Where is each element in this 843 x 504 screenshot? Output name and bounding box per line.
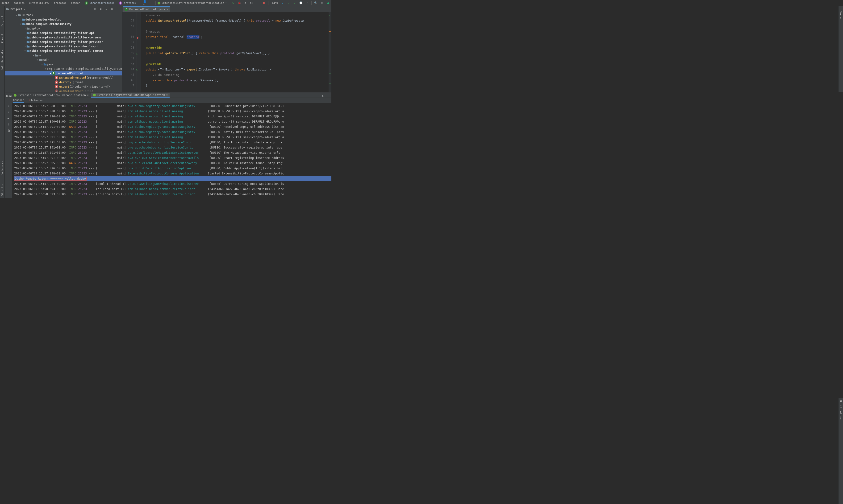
top-toolbar: dubbo〉 samples〉 extensibility〉 protocol〉…: [0, 0, 331, 6]
expand-all-icon[interactable]: ≡: [100, 7, 104, 11]
more-icon[interactable]: ⁝: [327, 9, 331, 12]
tree-item-selected[interactable]: ▾CEnhancedProtocol: [5, 71, 122, 75]
spring-boot-icon: [14, 94, 17, 97]
tree-item[interactable]: ›dubbo-samples-develop: [5, 17, 122, 22]
method-icon: m: [55, 80, 58, 84]
tree-item[interactable]: ▾org.apache.dubbo.samples.extensibility.…: [5, 67, 122, 71]
commit-tool-button[interactable]: Commit: [1, 34, 4, 43]
editor-tabs: C EnhancedProtocol.java × ⁝: [122, 6, 331, 12]
tree-item[interactable]: ›dubbo-samples-extensibility-filter-prov…: [5, 40, 122, 44]
tree-item[interactable]: ▾main: [5, 57, 122, 62]
scroll-icon[interactable]: ⤓: [7, 123, 11, 127]
close-icon[interactable]: ×: [166, 8, 168, 11]
up-icon[interactable]: ↑: [7, 104, 11, 108]
git-rollback-icon[interactable]: ↶: [305, 1, 309, 5]
bc-item[interactable]: protocol: [124, 1, 136, 4]
method-icon: m: [55, 76, 58, 79]
project-tool-button[interactable]: Project: [1, 16, 4, 26]
chevron-down-icon: ▾: [225, 1, 227, 4]
git-push-icon[interactable]: ↗: [293, 1, 297, 5]
project-tree[interactable]: ▾10-task ›dubbo-samples-develop ▾dubbo-s…: [5, 12, 122, 92]
tree-item[interactable]: ▾dubbo-samples-extensibility: [5, 22, 122, 26]
run-tabs-row: Run: ExtensibilityProtocolProviderApplic…: [0, 92, 331, 98]
tree-item-method[interactable]: mEnhancedProtocol(FrameworkModel): [5, 75, 122, 80]
bc-item[interactable]: common: [71, 1, 81, 4]
console-tab[interactable]: Console: [13, 98, 24, 103]
structure-tool-button[interactable]: Structure: [1, 182, 4, 196]
settings-icon[interactable]: ⚙: [320, 1, 324, 5]
select-opened-icon[interactable]: ⊕: [94, 7, 98, 11]
project-title: Project: [11, 7, 22, 11]
code-editor[interactable]: 32 35 36● 37 38 39O↑ 42 43 44O↑ 45 46 47…: [122, 12, 331, 92]
override-icon[interactable]: O↑: [136, 51, 138, 57]
hide-icon[interactable]: —: [326, 94, 331, 97]
tree-item[interactable]: ▾src: [5, 53, 122, 57]
git-history-icon[interactable]: 🕐: [299, 1, 303, 5]
project-panel: Project ▾ ⊕ ≡ ⇥ ⚙ — ▾10-task ›dubbo-samp…: [5, 6, 122, 92]
editor-tab[interactable]: C EnhancedProtocol.java ×: [123, 6, 170, 12]
class-icon: C: [85, 1, 88, 5]
down-icon[interactable]: ↓: [7, 111, 11, 114]
bc-item[interactable]: protocol: [54, 1, 67, 4]
run-config-selector[interactable]: ExtensibilityProtocolProviderApplication…: [155, 1, 229, 5]
tree-item[interactable]: ›dubbo-samples-extensibility-filter-cons…: [5, 35, 122, 40]
run-tab-active[interactable]: ExtensibilityProtocolConsumerApplication…: [91, 93, 170, 97]
tree-item-method[interactable]: mgetDefaultPort():int: [5, 89, 122, 92]
error-icon[interactable]: ●: [137, 35, 138, 40]
run-subtabs: Console ⚡Actuator: [0, 98, 331, 103]
left-tool-rail-lower: Structure Bookmarks: [0, 92, 5, 198]
settings-icon[interactable]: ⚙: [111, 7, 115, 11]
gutter: 32 35 36● 37 38 39O↑ 42 43 44O↑ 45 46 47: [122, 12, 137, 92]
tree-item[interactable]: ›dubbo-samples-extensibility-protocol-ap…: [5, 44, 122, 49]
run-config-label: ExtensibilityProtocolProviderApplication: [162, 1, 224, 4]
bc-item[interactable]: extensibility: [29, 1, 49, 4]
debug-icon[interactable]: 🐞: [238, 1, 241, 5]
search-icon[interactable]: 🔍: [314, 1, 318, 5]
stop-icon[interactable]: ■: [262, 1, 266, 5]
pull-requests-tool-button[interactable]: Pull Requests: [1, 50, 4, 70]
bc-item[interactable]: dubbo: [1, 1, 9, 4]
coverage-icon[interactable]: ◐: [244, 1, 247, 5]
close-icon[interactable]: ×: [166, 93, 168, 96]
override-icon[interactable]: O↑: [136, 68, 138, 73]
tree-item[interactable]: ›dubbo-samples-extensibility-filter-api: [5, 31, 122, 35]
git-update-icon[interactable]: ↙: [281, 1, 284, 5]
tree-item[interactable]: ›deploy: [5, 26, 122, 31]
back-icon[interactable]: ←: [149, 1, 153, 5]
tree-item-method[interactable]: mdestroy():void: [5, 80, 122, 84]
attach-icon[interactable]: ⋯: [256, 1, 260, 5]
git-commit-icon[interactable]: ✓: [287, 1, 291, 5]
settings-icon[interactable]: ⚙: [320, 94, 326, 97]
left-tool-rail: Project Commit Pull Requests: [0, 6, 5, 92]
bc-item[interactable]: samples: [14, 1, 24, 4]
tree-item[interactable]: ▾java: [5, 62, 122, 67]
field-icon: f: [119, 1, 122, 5]
run-tab[interactable]: ExtensibilityProtocolProviderApplication…: [12, 93, 91, 97]
collapse-all-icon[interactable]: ⇥: [105, 7, 109, 11]
project-header: Project ▾ ⊕ ≡ ⇥ ⚙ —: [5, 6, 122, 12]
spring-boot-icon: [93, 94, 96, 96]
tree-item[interactable]: ▾dubbo-samples-extensibility-protocol-co…: [5, 49, 122, 53]
users-icon[interactable]: 👤▾: [143, 1, 147, 5]
profile-icon[interactable]: ⊙▾: [250, 1, 253, 5]
tree-item-method[interactable]: mexport(Invoker<T>):Exporter<T>: [5, 84, 122, 89]
actuator-tab[interactable]: ⚡Actuator: [28, 98, 43, 103]
toolbar-right: 👤▾ ← ExtensibilityProtocolProviderApplic…: [143, 1, 330, 5]
clear-icon[interactable]: 🗑: [7, 129, 11, 133]
console-output[interactable]: 2023-03-06T09:15:57.888+08:00 INFO 25223…: [12, 103, 331, 198]
chevron-down-icon[interactable]: ▾: [24, 7, 25, 11]
bookmarks-tool-button[interactable]: Bookmarks: [1, 161, 4, 175]
git-label: Git:: [272, 1, 279, 4]
method-icon: m: [55, 85, 58, 88]
ide-icon[interactable]: ◉: [326, 1, 330, 5]
close-icon[interactable]: ×: [87, 94, 89, 97]
tree-item[interactable]: ▾10-task: [5, 13, 122, 17]
code-content[interactable]: 2 usages public EnhancedProtocol(Framewo…: [141, 12, 329, 92]
hide-icon[interactable]: —: [117, 7, 121, 11]
editor-tab-label: EnhancedProtocol.java: [129, 8, 165, 11]
wrap-icon[interactable]: ↩: [7, 117, 11, 121]
run-icon[interactable]: ↻: [231, 1, 235, 5]
check-icon[interactable]: ✓: [329, 14, 331, 17]
run-panel: Run: ExtensibilityProtocolProviderApplic…: [0, 92, 331, 198]
bc-item[interactable]: EnhancedProtocol: [89, 1, 115, 4]
